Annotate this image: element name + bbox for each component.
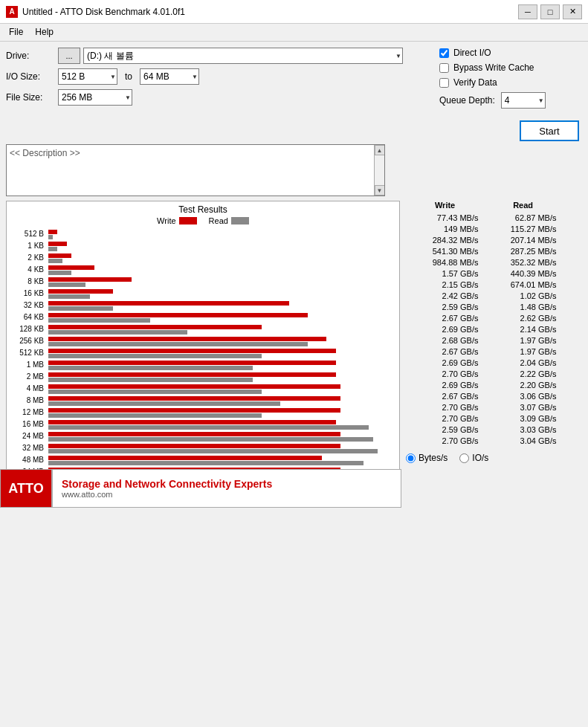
io-size-label: I/O Size: [6,71,58,82]
title-bar: A Untitled - ATTO Disk Benchmark 4.01.0f… [0,0,588,24]
read-bar [48,449,378,453]
read-value: 2.14 GB/s [490,324,557,335]
bytes-per-sec-radio[interactable]: Bytes/s [406,453,448,463]
read-bar [48,235,53,239]
read-bar [48,330,187,335]
table-row: 149 MB/s115.27 MB/s [406,224,562,235]
results-panel: Write Read 77.43 MB/s62.87 MB/s149 MB/s1… [406,201,562,502]
atto-logo: ATTO [1,470,53,507]
description-box[interactable]: << Description >> ▲ ▼ [6,144,385,196]
write-value: 1.57 GB/s [412,268,479,280]
read-bar [48,247,57,251]
bar-group [48,264,396,276]
chart-row-label: 512 B [10,228,45,240]
read-bar [48,306,113,311]
chart-legend: Write Read [10,216,396,225]
scroll-down-arrow[interactable]: ▼ [375,185,385,196]
atto-tagline: Storage and Network Connectivity Experts [62,478,272,490]
write-value: 2.70 GB/s [412,402,479,413]
write-bar [48,325,262,329]
description-scrollbar[interactable]: ▲ ▼ [374,145,384,196]
io-size-from-select[interactable]: 512 B [58,68,117,85]
read-value: 62.87 MB/s [490,213,557,224]
menu-help[interactable]: Help [29,25,59,39]
minimize-button[interactable]: ─ [518,4,537,19]
menu-file[interactable]: File [3,25,29,39]
atto-footer: ATTO Storage and Network Connectivity Ex… [0,469,401,508]
io-per-sec-radio[interactable]: IO/s [459,453,488,463]
chart-title: Test Results [10,204,396,215]
bar-group [48,442,396,454]
write-legend-color [179,217,197,224]
read-value: 440.39 MB/s [490,268,557,280]
io-size-to-select[interactable]: 64 MB [140,68,199,85]
direct-io-checkbox[interactable] [439,48,449,58]
read-value: 3.04 GB/s [490,436,557,447]
file-size-row: File Size: 256 MB ▼ [6,89,433,106]
start-button[interactable]: Start [520,120,579,141]
chart-row-label: 32 MB [10,442,45,454]
table-row: 2.69 GB/s2.20 GB/s [406,380,562,391]
write-bar [48,265,94,270]
write-value: 149 MB/s [412,224,479,235]
read-value: 3.09 GB/s [490,413,557,424]
bar-group [48,335,396,347]
app-icon: A [6,6,18,18]
io-size-row: I/O Size: 512 B ▼ to 64 MB ▼ [6,68,433,85]
write-bar [48,349,336,353]
chart-container: Test Results Write Read 512 B1 KB2 KB4 K… [6,201,400,502]
table-row: 2.68 GB/s1.97 GB/s [406,335,562,346]
table-row: 1.57 GB/s440.39 MB/s [406,268,562,280]
read-value: 3.03 GB/s [490,424,557,436]
drive-label: Drive: [6,51,58,61]
scroll-up-arrow[interactable]: ▲ [375,145,385,155]
file-size-select[interactable]: 256 MB [58,89,132,106]
title-bar-text: Untitled - ATTO Disk Benchmark 4.01.0f1 [22,7,518,17]
verify-data-label: Verify Data [453,77,497,88]
table-row: 2.70 GB/s2.22 GB/s [406,369,562,380]
write-value: 2.67 GB/s [412,346,479,358]
table-row: 2.70 GB/s3.09 GB/s [406,413,562,424]
read-bar [48,354,262,358]
drive-browse-button[interactable]: ... [58,48,80,64]
bar-group [48,252,396,264]
bar-group [48,228,396,240]
write-bar [48,301,289,306]
write-bar [48,396,340,401]
io-to-label: to [125,71,132,82]
read-bar [48,271,71,275]
chart-row-label: 4 KB [10,264,45,276]
write-value: 2.70 GB/s [412,369,479,380]
read-bar [48,425,369,430]
bytes-per-sec-label: Bytes/s [419,453,448,463]
maximize-button[interactable]: □ [540,4,560,19]
read-bar [48,366,253,370]
table-row: 2.59 GB/s1.48 GB/s [406,302,562,313]
bar-group [48,323,396,335]
queue-depth-select[interactable]: 4 [501,92,546,109]
write-value: 2.42 GB/s [412,291,479,302]
bar-group [48,383,396,395]
close-button[interactable]: ✕ [563,4,582,19]
bar-group [48,419,396,430]
read-bar [48,390,262,394]
results-rows: 77.43 MB/s62.87 MB/s149 MB/s115.27 MB/s2… [406,213,562,447]
read-value: 1.97 GB/s [490,335,557,346]
bypass-write-cache-label: Bypass Write Cache [453,62,534,73]
chart-row-label: 48 MB [10,454,45,466]
drive-select[interactable]: (D:) 새 볼륨 [83,48,403,64]
io-size-controls: 512 B ▼ to 64 MB ▼ [58,68,199,85]
read-value: 2.20 GB/s [490,380,557,391]
write-bar [48,242,67,246]
chart-bars-area [48,228,396,478]
verify-data-checkbox[interactable] [439,78,449,88]
write-value: 2.15 GB/s [412,280,479,291]
bypass-write-cache-row: Bypass Write Cache [439,62,582,73]
title-bar-buttons: ─ □ ✕ [518,4,582,19]
bar-group [48,288,396,300]
bypass-write-cache-checkbox[interactable] [439,63,449,73]
bar-group [48,371,396,383]
table-row: 2.67 GB/s1.97 GB/s [406,346,562,358]
write-value: 2.67 GB/s [412,391,479,402]
table-row: 2.15 GB/s674.01 MB/s [406,280,562,291]
